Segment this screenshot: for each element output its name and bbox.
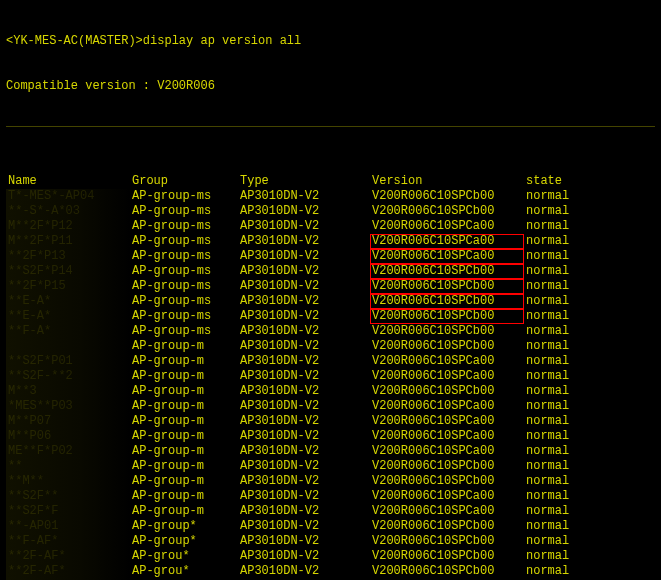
- table-row: **2F-AF*AP-grou*AP3010DN-V2V200R006C10SP…: [6, 564, 648, 579]
- table-row: ME**F*P02AP-group-mAP3010DN-V2V200R006C1…: [6, 444, 648, 459]
- cell-type: AP3010DN-V2: [238, 564, 370, 579]
- cell-version: V200R006C10SPCa00: [370, 249, 524, 264]
- cell-group: AP-group-m: [130, 399, 238, 414]
- cell-type: AP3010DN-V2: [238, 204, 370, 219]
- cell-name: **S2F*P14: [6, 264, 130, 279]
- table-row: *MES**P03AP-group-mAP3010DN-V2V200R006C1…: [6, 399, 648, 414]
- cell-group: AP-group-ms: [130, 219, 238, 234]
- compatible-version-line: Compatible version : V200R006: [6, 79, 655, 94]
- cell-group: AP-group-ms: [130, 264, 238, 279]
- cell-name: **2F-AF*: [6, 564, 130, 579]
- cell-name: **S2F**: [6, 489, 130, 504]
- cell-type: AP3010DN-V2: [238, 429, 370, 444]
- table-row: T*-MES*-AP04AP-group-msAP3010DN-V2V200R0…: [6, 189, 648, 204]
- table-row: M**P06AP-group-mAP3010DN-V2V200R006C10SP…: [6, 429, 648, 444]
- cell-state: normal: [524, 264, 648, 279]
- cell-version: V200R006C10SPCb00: [370, 564, 524, 579]
- cell-group: AP-grou*: [130, 564, 238, 579]
- table-row: **S2F*FAP-group-mAP3010DN-V2V200R006C10S…: [6, 504, 648, 519]
- cell-version: V200R006C10SPCb00: [370, 189, 524, 204]
- cell-state: normal: [524, 234, 648, 249]
- cell-state: normal: [524, 444, 648, 459]
- cell-type: AP3010DN-V2: [238, 339, 370, 354]
- cell-version: V200R006C10SPCa00: [370, 354, 524, 369]
- table-row: **F-AF*AP-group*AP3010DN-V2V200R006C10SP…: [6, 534, 648, 549]
- cell-state: normal: [524, 534, 648, 549]
- cell-name: **: [6, 459, 130, 474]
- col-header-name: Name: [6, 174, 130, 189]
- cell-type: AP3010DN-V2: [238, 399, 370, 414]
- cell-name: **E-A*: [6, 309, 130, 324]
- cell-name: M**P07: [6, 414, 130, 429]
- table-row: M**3AP-group-mAP3010DN-V2V200R006C10SPCb…: [6, 384, 648, 399]
- cell-state: normal: [524, 384, 648, 399]
- cell-type: AP3010DN-V2: [238, 189, 370, 204]
- cell-name: **2F*P13: [6, 249, 130, 264]
- cell-type: AP3010DN-V2: [238, 324, 370, 339]
- cell-name: M**2F*P11: [6, 234, 130, 249]
- cell-state: normal: [524, 354, 648, 369]
- cell-type: AP3010DN-V2: [238, 519, 370, 534]
- cell-group: AP-group-m: [130, 384, 238, 399]
- cell-name: ME**F*P02: [6, 444, 130, 459]
- cell-state: normal: [524, 369, 648, 384]
- cell-version: V200R006C10SPCa00: [370, 429, 524, 444]
- cell-group: AP-group*: [130, 519, 238, 534]
- cell-type: AP3010DN-V2: [238, 489, 370, 504]
- cell-name: **F-AF*: [6, 534, 130, 549]
- cell-group: AP-group-ms: [130, 309, 238, 324]
- cell-type: AP3010DN-V2: [238, 369, 370, 384]
- cell-group: AP-group-m: [130, 459, 238, 474]
- cell-type: AP3010DN-V2: [238, 444, 370, 459]
- cell-state: normal: [524, 189, 648, 204]
- cell-version: V200R006C10SPCb00: [370, 534, 524, 549]
- terminal-output: <YK-MES-AC(MASTER)>display ap version al…: [0, 0, 661, 580]
- cell-group: AP-group-ms: [130, 234, 238, 249]
- cell-state: normal: [524, 204, 648, 219]
- cell-state: normal: [524, 504, 648, 519]
- cell-group: AP-group-m: [130, 369, 238, 384]
- cell-version: V200R006C10SPCb00: [370, 384, 524, 399]
- cell-state: normal: [524, 294, 648, 309]
- cell-version: V200R006C10SPCb00: [370, 474, 524, 489]
- table-row: **E-A*AP-group-msAP3010DN-V2V200R006C10S…: [6, 294, 648, 309]
- cell-state: normal: [524, 279, 648, 294]
- cell-group: AP-group-m: [130, 489, 238, 504]
- cell-group: AP-group-m: [130, 414, 238, 429]
- table-row: **AP-group-mAP3010DN-V2V200R006C10SPCb00…: [6, 459, 648, 474]
- table-row: M**P07AP-group-mAP3010DN-V2V200R006C10SP…: [6, 414, 648, 429]
- cell-name: **-S*-A*03: [6, 204, 130, 219]
- cell-group: AP-group-ms: [130, 324, 238, 339]
- cell-type: AP3010DN-V2: [238, 459, 370, 474]
- cell-name: **F-A*: [6, 324, 130, 339]
- table-row: **S2F-**2AP-group-mAP3010DN-V2V200R006C1…: [6, 369, 648, 384]
- table-header-row: Name Group Type Version state: [6, 174, 648, 189]
- table-row: M**2F*P12AP-group-msAP3010DN-V2V200R006C…: [6, 219, 648, 234]
- cell-name: **M**: [6, 474, 130, 489]
- cell-group: AP-group-m: [130, 474, 238, 489]
- separator: [6, 126, 655, 127]
- cell-group: AP-group-ms: [130, 249, 238, 264]
- table-row: **-S*-A*03AP-group-msAP3010DN-V2V200R006…: [6, 204, 648, 219]
- cell-type: AP3010DN-V2: [238, 264, 370, 279]
- cell-group: AP-group-ms: [130, 279, 238, 294]
- cell-name: **S2F-**2: [6, 369, 130, 384]
- table-row: **S2F*P01AP-group-mAP3010DN-V2V200R006C1…: [6, 354, 648, 369]
- col-header-type: Type: [238, 174, 370, 189]
- cell-version: V200R006C10SPCa00: [370, 504, 524, 519]
- table-row: **2F*P15AP-group-msAP3010DN-V2V200R006C1…: [6, 279, 648, 294]
- cell-group: AP-group-m: [130, 339, 238, 354]
- table-row: AP-group-mAP3010DN-V2V200R006C10SPCb00no…: [6, 339, 648, 354]
- cell-version: V200R006C10SPCb00: [370, 264, 524, 279]
- cell-name: M**P06: [6, 429, 130, 444]
- cell-group: AP-group-ms: [130, 189, 238, 204]
- cell-version: V200R006C10SPCa00: [370, 219, 524, 234]
- cell-name: **-AP01: [6, 519, 130, 534]
- col-header-version: Version: [370, 174, 524, 189]
- cell-version: V200R006C10SPCa00: [370, 369, 524, 384]
- table-row: **S2F**AP-group-mAP3010DN-V2V200R006C10S…: [6, 489, 648, 504]
- cell-group: AP-group-m: [130, 354, 238, 369]
- table-row: **2F*P13AP-group-msAP3010DN-V2V200R006C1…: [6, 249, 648, 264]
- cell-name: **2F-AF*: [6, 549, 130, 564]
- cell-type: AP3010DN-V2: [238, 309, 370, 324]
